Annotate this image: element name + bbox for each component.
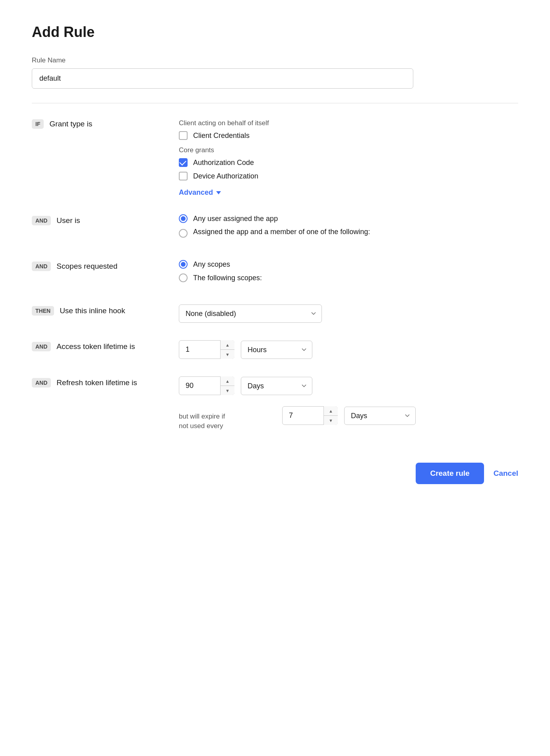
any-scopes-radio[interactable] [179,260,188,269]
user-content-col: Any user assigned the app Assigned the a… [179,214,518,242]
then-label-text: Use this inline hook [60,306,125,315]
refresh-content-col: ▲ ▼ Minutes Hours Days but will expire i… [179,376,518,431]
if-grant-type-row: IF Grant type is Client acting on behalf… [32,118,518,197]
client-credentials-row: Client Credentials [179,131,518,140]
expire-label: but will expire if not used every [179,406,282,431]
expire-number-wrapper: ▲ ▼ [282,406,338,425]
refresh-token-number-wrapper: ▲ ▼ [179,376,234,395]
following-scopes-radio[interactable] [179,273,188,282]
access-token-row: AND Access token lifetime is ▲ ▼ Minutes… [32,340,518,359]
section-divider [32,103,518,103]
following-scopes-label: The following scopes: [193,274,262,282]
access-token-controls: ▲ ▼ Minutes Hours Days [179,340,518,359]
following-scopes-row: The following scopes: [179,273,518,282]
rule-name-input[interactable] [32,68,413,89]
expire-row: but will expire if not used every ▲ ▼ Mi… [179,406,518,431]
inline-hook-row: THEN Use this inline hook None (disabled… [32,304,518,323]
refresh-token-spinner: ▲ ▼ [220,376,234,395]
if-label-text: Grant type is [49,120,92,128]
then-content-col: None (disabled) [179,304,518,323]
refresh-token-increment[interactable]: ▲ [221,376,234,386]
refresh-token-decrement[interactable]: ▼ [221,386,234,395]
expire-spinner: ▲ ▼ [323,406,338,425]
expire-label-line1: but will expire if [179,413,225,420]
any-user-row: Any user assigned the app [179,214,518,223]
device-authorization-row: Device Authorization [179,172,518,180]
page-title: Add Rule [32,24,518,41]
if-badge: IF [32,119,44,129]
authorization-code-row: Authorization Code [179,158,518,167]
access-label-text: Access token lifetime is [56,342,135,351]
user-is-row: AND User is Any user assigned the app As… [32,214,518,242]
cancel-button[interactable]: Cancel [494,469,518,478]
advanced-link[interactable]: Advanced [179,188,221,197]
inline-hook-select[interactable]: None (disabled) [179,304,322,323]
create-rule-button[interactable]: Create rule [416,463,484,484]
client-section-title: Client acting on behalf of itself [179,119,518,127]
client-credentials-label: Client Credentials [193,132,250,140]
scopes-content-col: Any scopes The following scopes: [179,260,518,287]
refresh-and-badge: AND [32,378,51,388]
user-label-text: User is [56,216,80,225]
footer-actions: Create rule Cancel [32,455,518,484]
access-content-col: ▲ ▼ Minutes Hours Days [179,340,518,359]
if-content-col: Client acting on behalf of itself Client… [179,118,518,197]
advanced-label: Advanced [179,188,213,197]
any-scopes-row: Any scopes [179,260,518,269]
any-user-label: Any user assigned the app [193,215,278,223]
user-label-col: AND User is [32,214,179,225]
access-token-unit-select[interactable]: Minutes Hours Days [241,341,312,359]
scopes-and-badge: AND [32,262,51,271]
access-label-col: AND Access token lifetime is [32,340,179,351]
if-label-col: IF Grant type is [32,118,179,129]
device-authorization-checkbox[interactable] [179,172,188,180]
any-user-radio[interactable] [179,214,188,223]
expire-unit-select[interactable]: Minutes Hours Days [344,407,416,425]
authorization-code-checkbox[interactable] [179,158,188,167]
access-and-badge: AND [32,342,51,351]
assigned-user-label: Assigned the app and a member of one of … [193,228,370,236]
refresh-token-row: AND Refresh token lifetime is ▲ ▼ Minute… [32,376,518,431]
scopes-label-col: AND Scopes requested [32,260,179,271]
device-authorization-label: Device Authorization [193,172,258,180]
expire-label-line2: not used every [179,422,223,430]
user-and-badge: AND [32,216,51,225]
scopes-label-text: Scopes requested [56,262,117,271]
expire-controls: ▲ ▼ Minutes Hours Days [282,406,416,425]
access-token-spinner: ▲ ▼ [220,340,234,359]
then-label-col: THEN Use this inline hook [32,304,179,316]
advanced-chevron-icon [216,191,221,194]
assigned-user-radio[interactable] [179,229,188,238]
expire-decrement[interactable]: ▼ [324,416,338,425]
rule-name-group: Rule Name [32,56,518,89]
assigned-user-row: Assigned the app and a member of one of … [179,228,518,238]
any-scopes-label: Any scopes [193,260,230,269]
refresh-token-controls: ▲ ▼ Minutes Hours Days [179,376,518,395]
authorization-code-label: Authorization Code [193,159,254,167]
then-badge: THEN [32,306,54,316]
access-token-number-wrapper: ▲ ▼ [179,340,234,359]
rule-name-label: Rule Name [32,56,518,64]
expire-increment[interactable]: ▲ [324,406,338,416]
access-token-increment[interactable]: ▲ [221,340,234,350]
refresh-label-text: Refresh token lifetime is [56,378,137,387]
refresh-label-col: AND Refresh token lifetime is [32,376,179,388]
access-token-decrement[interactable]: ▼ [221,350,234,359]
client-credentials-checkbox[interactable] [179,131,188,140]
scopes-row: AND Scopes requested Any scopes The foll… [32,260,518,287]
core-grants-title: Core grants [179,146,518,154]
refresh-token-unit-select[interactable]: Minutes Hours Days [241,377,312,395]
